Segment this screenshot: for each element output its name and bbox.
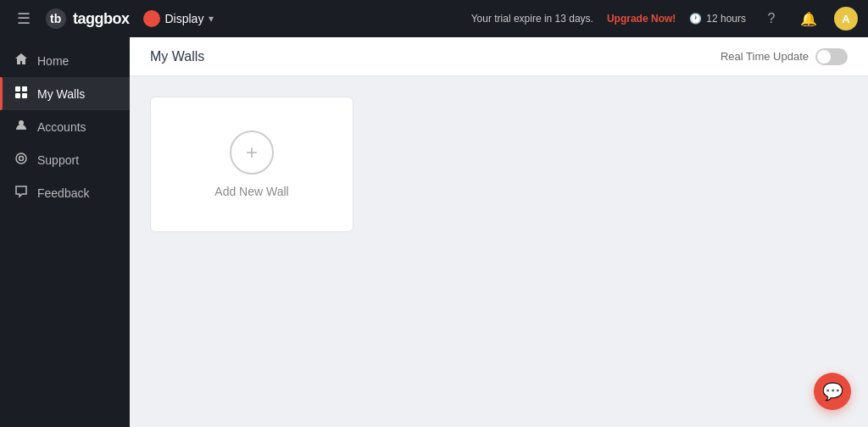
display-dot [143,10,160,27]
walls-grid: + Add New Wall [130,76,868,252]
help-button[interactable]: ? [760,7,783,30]
sidebar-label-my-walls: My Walls [37,87,85,101]
add-new-wall-card[interactable]: + Add New Wall [150,97,353,232]
upgrade-link[interactable]: Upgrade Now! [607,13,676,25]
display-button[interactable]: Display ▾ [143,10,214,27]
sidebar-item-my-walls[interactable]: My Walls [0,77,130,110]
add-wall-label: Add New Wall [214,185,288,198]
svg-point-7 [16,153,26,164]
main-content: My Walls Real Time Update + Add New Wall [130,37,868,427]
chat-icon: 💬 [822,381,843,402]
home-icon [14,53,29,69]
sidebar-label-support: Support [37,153,79,167]
display-label: Display [165,12,204,25]
svg-text:tb: tb [50,12,61,25]
logo-icon: tb [44,7,68,30]
avatar[interactable]: A [834,7,858,30]
sidebar: Home My Walls Accounts Support Feedback [0,37,130,427]
top-navigation: ☰ tb taggbox Display ▾ Your trial expire… [0,0,868,37]
svg-rect-3 [22,86,27,92]
sidebar-label-feedback: Feedback [37,186,89,200]
chevron-down-icon: ▾ [209,13,214,25]
sidebar-item-support[interactable]: Support [0,143,130,176]
real-time-label: Real Time Update [721,50,809,63]
add-wall-plus-icon: + [230,130,274,175]
logo-text: taggbox [73,10,130,28]
logo: tb taggbox [44,7,130,30]
svg-rect-2 [15,86,20,92]
svg-rect-5 [22,93,27,98]
sidebar-label-accounts: Accounts [37,120,86,134]
sidebar-item-accounts[interactable]: Accounts [0,110,130,143]
clock-icon: 🕐 [689,13,702,25]
feedback-icon [14,185,29,201]
topnav-right: Your trial expire in 13 days. Upgrade No… [471,7,858,30]
real-time-toggle[interactable] [815,48,848,65]
toggle-knob [817,50,831,64]
clock-area: 🕐 12 hours [689,13,746,25]
notifications-button[interactable]: 🔔 [797,7,821,30]
trial-message: Your trial expire in 13 days. [471,13,593,25]
svg-rect-4 [15,93,20,98]
page-title: My Walls [150,49,204,64]
sidebar-item-home[interactable]: Home [0,44,130,77]
content-header: My Walls Real Time Update [130,37,868,76]
sidebar-label-home: Home [37,54,69,68]
walls-icon [14,86,29,102]
main-layout: Home My Walls Accounts Support Feedback [0,37,868,427]
chat-bubble-button[interactable]: 💬 [814,373,851,410]
svg-point-8 [19,157,24,161]
accounts-icon [14,119,29,135]
hamburger-button[interactable]: ☰ [10,6,37,31]
sidebar-item-feedback[interactable]: Feedback [0,176,130,209]
real-time-area: Real Time Update [721,48,848,65]
support-icon [14,152,29,168]
hours-label: 12 hours [706,13,746,25]
